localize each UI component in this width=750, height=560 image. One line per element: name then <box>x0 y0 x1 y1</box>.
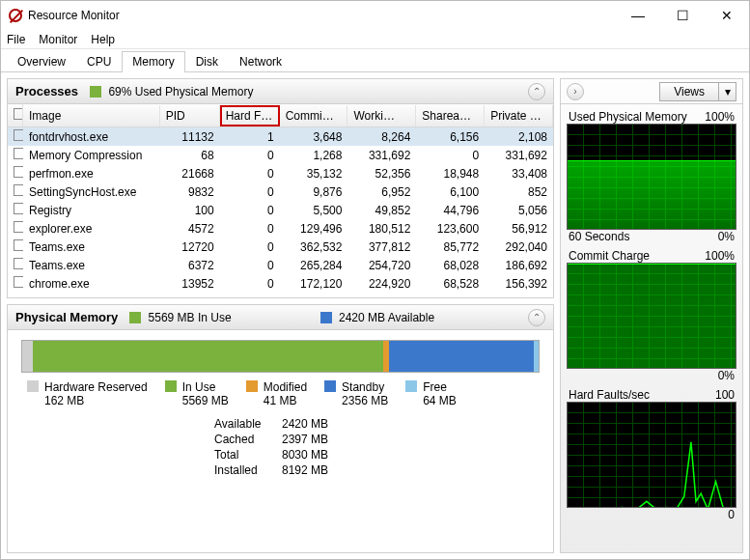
menu-bar: File Monitor Help <box>1 30 749 49</box>
col-shareable[interactable]: Sharea… <box>416 105 485 126</box>
checkbox-all[interactable] <box>14 108 23 120</box>
graphs-header: › Views ▾ <box>561 79 742 104</box>
cell-pid: 68 <box>160 147 220 164</box>
row-checkbox[interactable] <box>14 276 23 288</box>
processes-summary: 69% Used Physical Memory <box>90 85 253 98</box>
stat-available-val: 2420 MB <box>282 417 349 431</box>
cell-image: chrome.exe <box>23 275 160 293</box>
expand-icon[interactable]: › <box>567 83 584 100</box>
cell-image: perfmon.exe <box>23 165 160 182</box>
col-image[interactable]: Image <box>23 105 160 126</box>
views-button[interactable]: Views <box>659 82 719 101</box>
table-row[interactable]: perfmon.exe21668035,13252,35618,94833,40… <box>8 164 553 182</box>
stat-cached-val: 2397 MB <box>282 433 349 446</box>
menu-monitor[interactable]: Monitor <box>39 33 77 46</box>
stat-installed-val: 8192 MB <box>282 463 349 477</box>
cell-private: 186,692 <box>485 257 553 274</box>
processes-title: Processes <box>15 84 78 98</box>
cell-share: 123,600 <box>416 220 485 238</box>
row-checkbox[interactable] <box>14 258 23 269</box>
row-checkbox[interactable] <box>14 203 23 214</box>
stat-installed-label: Installed <box>214 463 282 477</box>
cell-working: 377,812 <box>347 238 416 256</box>
col-commit[interactable]: Commi… <box>280 105 348 126</box>
tab-cpu[interactable]: CPU <box>76 51 122 72</box>
processes-rows[interactable]: fontdrvhost.exe1113213,6488,2646,1562,10… <box>8 127 553 297</box>
graph2-title: Commit Charge <box>569 249 650 263</box>
col-private[interactable]: Private … <box>485 105 553 126</box>
cell-hardf: 0 <box>220 147 280 164</box>
cell-working: 224,920 <box>347 275 416 293</box>
tab-network[interactable]: Network <box>229 51 292 72</box>
table-row[interactable]: Registry10005,50049,85244,7965,056 <box>8 201 553 219</box>
menu-help[interactable]: Help <box>91 33 115 46</box>
graph-commit-charge: Commit Charge100% 0% <box>567 249 736 382</box>
graph1-xlabel: 60 Seconds <box>569 230 629 243</box>
cell-commit: 172,120 <box>280 275 348 293</box>
physmem-header[interactable]: Physical Memory 5569 MB In Use 2420 MB A… <box>8 305 553 330</box>
col-hard-faults[interactable]: Hard F… <box>220 105 280 126</box>
seg-standby <box>389 341 534 372</box>
cell-hardf: 0 <box>220 275 280 293</box>
cell-commit: 9,876 <box>280 183 348 201</box>
collapse-icon[interactable]: ⌃ <box>528 309 545 326</box>
tab-overview[interactable]: Overview <box>7 51 76 72</box>
cell-pid: 13952 <box>160 275 220 293</box>
stat-available-label: Available <box>214 417 282 431</box>
cell-pid: 4572 <box>160 220 220 238</box>
table-row[interactable]: Teams.exe63720265,284254,72068,028186,69… <box>8 256 553 274</box>
row-checkbox[interactable] <box>14 148 23 159</box>
cell-share: 6,156 <box>416 128 485 146</box>
row-checkbox[interactable] <box>14 166 23 178</box>
tab-memory[interactable]: Memory <box>122 51 184 72</box>
cell-image: SettingSyncHost.exe <box>23 183 160 201</box>
row-checkbox[interactable] <box>14 239 23 251</box>
cell-share: 68,528 <box>416 275 485 293</box>
graph3-title: Hard Faults/sec <box>569 388 650 402</box>
table-row[interactable]: SettingSyncHost.exe983209,8766,9526,1008… <box>8 182 553 201</box>
cell-pid: 21668 <box>160 165 220 182</box>
standby-swatch-icon <box>324 380 336 392</box>
menu-file[interactable]: File <box>7 33 25 46</box>
cell-hardf: 0 <box>220 257 280 274</box>
table-row[interactable]: Memory Compression6801,268331,6920331,69… <box>8 146 553 164</box>
inuse-swatch-icon <box>165 380 177 392</box>
stat-total-val: 8030 MB <box>282 448 349 462</box>
processes-header[interactable]: Processes 69% Used Physical Memory ⌃ <box>8 79 553 104</box>
row-checkbox[interactable] <box>14 129 23 141</box>
minimize-button[interactable]: — <box>616 1 660 30</box>
close-button[interactable]: ✕ <box>705 1 749 30</box>
cell-private: 852 <box>485 183 553 201</box>
cell-private: 56,912 <box>485 220 553 238</box>
memory-bar <box>21 340 540 373</box>
table-row[interactable]: Teams.exe127200362,532377,81285,772292,0… <box>8 238 553 256</box>
table-row[interactable]: chrome.exe139520172,120224,92068,528156,… <box>8 274 553 293</box>
graph3-min: 0 <box>728 508 735 521</box>
row-checkbox[interactable] <box>14 184 23 196</box>
cell-commit: 129,496 <box>280 220 348 238</box>
legend-mod-label: Modified <box>264 380 307 394</box>
tab-disk[interactable]: Disk <box>185 51 229 72</box>
maximize-button[interactable]: ☐ <box>660 1 705 30</box>
cell-commit: 5,500 <box>280 202 348 219</box>
seg-hardware <box>22 341 33 372</box>
physmem-avail: 2420 MB Available <box>320 311 435 324</box>
table-row[interactable]: fontdrvhost.exe1113213,6488,2646,1562,10… <box>8 127 553 146</box>
collapse-icon[interactable]: ⌃ <box>528 83 545 100</box>
table-row[interactable]: explorer.exe45720129,496180,512123,60056… <box>8 219 553 238</box>
cell-image: Teams.exe <box>23 238 160 256</box>
processes-summary-text: 69% Used Physical Memory <box>108 85 253 98</box>
title-bar: Resource Monitor — ☐ ✕ <box>1 1 749 30</box>
views-dropdown-icon[interactable]: ▾ <box>719 82 736 101</box>
cell-working: 52,356 <box>347 165 416 182</box>
cell-share: 85,772 <box>416 238 485 256</box>
cell-share: 68,028 <box>416 257 485 274</box>
cell-private: 156,392 <box>485 275 553 293</box>
row-checkbox[interactable] <box>14 221 23 233</box>
cell-private: 5,056 <box>485 202 553 219</box>
col-working[interactable]: Worki… <box>347 105 416 126</box>
col-pid[interactable]: PID <box>160 105 220 126</box>
cell-image: explorer.exe <box>23 220 160 238</box>
cell-pid: 9832 <box>160 183 220 201</box>
stat-cached-label: Cached <box>214 433 282 446</box>
